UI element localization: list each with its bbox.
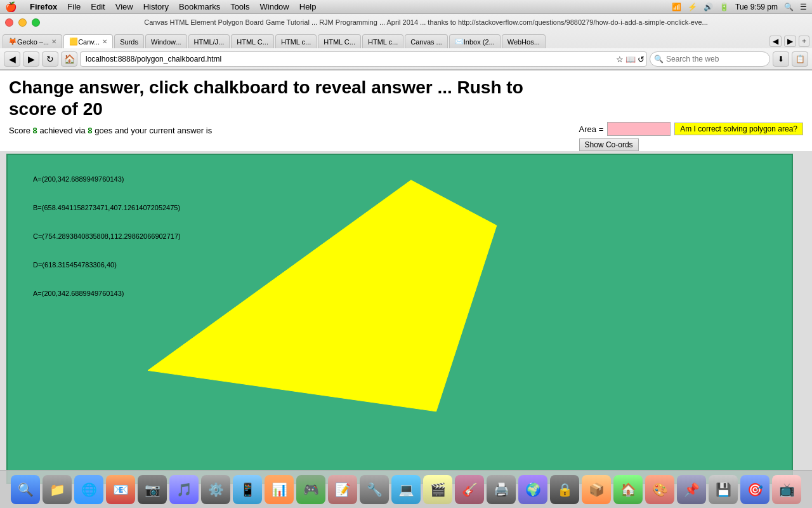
tab-label: Canv... <box>78 38 100 46</box>
menu-window[interactable]: Window <box>260 2 289 11</box>
tab-htmlc2[interactable]: HTML c... <box>275 34 317 48</box>
search-bar: 🔍 <box>650 51 770 67</box>
tab-htmlc4[interactable]: HTML c... <box>362 34 403 48</box>
tab-favicon: 🦊 <box>8 37 17 46</box>
dock-item-20[interactable]: 🏠 <box>613 475 643 504</box>
download-button[interactable]: ⬇ <box>773 51 789 67</box>
dock-item-finder[interactable]: 🔍 <box>11 475 40 504</box>
dock-item-24[interactable]: 🎯 <box>740 475 769 504</box>
tab-canvas[interactable]: 🟨 Canv... ✕ <box>63 34 113 48</box>
back-button[interactable]: ◀ <box>4 51 20 67</box>
tab-label: WebHos... <box>508 38 540 46</box>
area-input-row: Area = Am I correct solving polygon area… <box>579 122 803 136</box>
tab-window[interactable]: Window... <box>145 34 187 48</box>
home-button[interactable]: 🏠 <box>61 51 77 67</box>
bookmark-icon[interactable]: 📖 <box>625 54 636 64</box>
score-end: goes and your current answer is <box>93 126 213 135</box>
coord-label-c: C=(754.2893840835808,112.29862066902717) <box>33 232 181 240</box>
tab-gecko[interactable]: 🦊 Gecko –... ✕ <box>3 34 62 48</box>
dock-item-12[interactable]: 🔧 <box>360 475 389 504</box>
tab-label: HTML C... <box>237 38 268 46</box>
area-input[interactable] <box>607 122 671 136</box>
coord-label-b: B=(658.4941158273471,407.12614072052475) <box>33 204 180 211</box>
apple-menu[interactable]: 🍎 <box>5 1 17 13</box>
search-input[interactable] <box>666 55 755 64</box>
dock-item-15[interactable]: 🎸 <box>455 475 484 504</box>
dock-item-17[interactable]: 🌍 <box>518 475 547 504</box>
browser-chrome: Canvas HTML Element Polygon Board Game T… <box>0 14 812 70</box>
tabs-bar: 🦊 Gecko –... ✕ 🟨 Canv... ✕ Surds Window.… <box>0 30 812 48</box>
tab-favicon: 🟨 <box>69 37 78 46</box>
dock-item-4[interactable]: 📧 <box>106 475 135 504</box>
tab-close-canvas[interactable]: ✕ <box>102 38 107 45</box>
dock-item-13[interactable]: 💻 <box>391 475 421 504</box>
tab-label: Canvas ... <box>410 38 442 46</box>
dock-item-14[interactable]: 🎬 <box>423 475 452 504</box>
tab-surds[interactable]: Surds <box>114 34 144 48</box>
address-wrapper: ☆ 📖 ↺ <box>80 51 647 67</box>
maximize-button[interactable] <box>32 18 40 27</box>
dock-item-3[interactable]: 🌐 <box>74 475 103 504</box>
dock-item-19[interactable]: 📦 <box>582 475 611 504</box>
battery-icon: 🔋 <box>719 3 729 11</box>
dock-item-5[interactable]: 📷 <box>138 475 167 504</box>
scroll-tabs-right[interactable]: ▶ <box>784 36 796 47</box>
show-coords-button[interactable]: Show Co-ords <box>579 138 639 151</box>
tab-htmlc1[interactable]: HTML C... <box>231 34 274 48</box>
menu-bookmarks[interactable]: Bookmarks <box>179 2 220 11</box>
area-label: Area = <box>579 124 604 134</box>
score-section: Score 8 achieved via 8 goes and your cur… <box>9 122 212 135</box>
address-input[interactable] <box>80 51 647 67</box>
coord-label-d: D=(618.315454783306,40) <box>33 261 117 269</box>
search-icon[interactable]: 🔍 <box>784 3 794 11</box>
dock-item-11[interactable]: 📝 <box>328 475 357 504</box>
dock-item-10[interactable]: 🎮 <box>296 475 325 504</box>
menu-firefox[interactable]: Firefox <box>30 2 57 11</box>
dock-item-21[interactable]: 🎨 <box>645 475 674 504</box>
scroll-tabs-left[interactable]: ◀ <box>769 36 782 47</box>
new-tab-button[interactable]: + <box>799 36 809 47</box>
tab-label: HTML/J... <box>194 38 225 46</box>
bluetooth-icon: ⚡ <box>688 3 697 11</box>
dock-item-2[interactable]: 📁 <box>43 475 72 504</box>
tab-label: HTML c... <box>281 38 311 46</box>
address-icons: ☆ 📖 ↺ <box>616 54 645 64</box>
dock-item-16[interactable]: 🖨️ <box>487 475 516 504</box>
dock-item-22[interactable]: 📌 <box>677 475 706 504</box>
dock-item-6[interactable]: 🎵 <box>169 475 199 504</box>
tab-inbox[interactable]: ✉️ Inbox (2... <box>449 34 501 48</box>
dock-item-23[interactable]: 💾 <box>709 475 738 504</box>
dock-item-18[interactable]: 🔒 <box>550 475 579 504</box>
dock-item-8[interactable]: 📱 <box>233 475 262 504</box>
sidebar-toggle[interactable]: 📋 <box>792 51 808 67</box>
dock-item-7[interactable]: ⚙️ <box>201 475 230 504</box>
tab-close-gecko[interactable]: ✕ <box>51 38 56 45</box>
tab-htmlc3[interactable]: HTML C... <box>318 34 361 48</box>
menu-tools[interactable]: Tools <box>230 2 249 11</box>
dock-item-25[interactable]: 📺 <box>772 475 801 504</box>
menu-history[interactable]: History <box>143 2 169 11</box>
menu-file[interactable]: File <box>67 2 81 11</box>
menu-edit[interactable]: Edit <box>91 2 105 11</box>
minimize-button[interactable] <box>18 18 27 27</box>
canvas-board[interactable]: A=(200,342.6889949760143) B=(658.4941158… <box>6 154 793 484</box>
menu-view[interactable]: View <box>115 2 133 11</box>
score-mid: achieved via <box>37 126 88 135</box>
heading-area: Change answer, click chalkboard to revea… <box>0 70 812 151</box>
browser-title: Canvas HTML Element Polygon Board Game T… <box>45 18 807 26</box>
search-icon: 🔍 <box>654 55 664 64</box>
polygon-shape <box>148 180 497 411</box>
tab-webhos[interactable]: WebHos... <box>502 34 546 48</box>
menu-help[interactable]: Help <box>299 2 317 11</box>
reload-button[interactable]: ↻ <box>42 51 58 67</box>
tab-htmlj[interactable]: HTML/J... <box>188 34 230 48</box>
dock-item-9[interactable]: 📊 <box>265 475 294 504</box>
am-i-correct-button[interactable]: Am I correct solving polygon area? <box>674 123 803 135</box>
refresh-icon[interactable]: ↺ <box>638 54 645 64</box>
close-button[interactable] <box>5 18 13 27</box>
tab-canvas2[interactable]: Canvas ... <box>405 34 448 48</box>
star-icon[interactable]: ☆ <box>616 54 624 64</box>
tab-label: Gecko –... <box>17 38 49 46</box>
forward-button[interactable]: ▶ <box>23 51 39 67</box>
list-icon[interactable]: ☰ <box>800 3 807 11</box>
